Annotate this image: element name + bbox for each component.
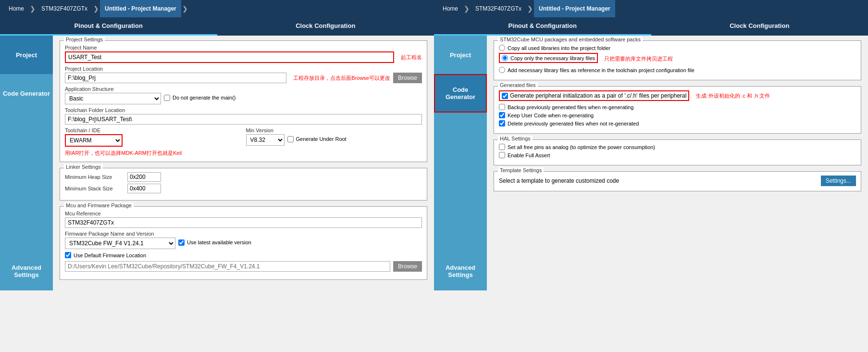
- sidebar-advanced-left[interactable]: Advanced Settings: [0, 252, 53, 290]
- use-default-fw-cb[interactable]: [65, 252, 71, 258]
- nav-home-right[interactable]: Home: [438, 0, 463, 17]
- sidebar-advanced-right[interactable]: Advanced Settings: [434, 252, 487, 290]
- backup-files-row: Backup previously generated files when r…: [499, 104, 856, 110]
- sidebar-code-generator-right[interactable]: Code Generator: [434, 74, 487, 113]
- hal-settings-label: HAL Settings: [498, 136, 533, 141]
- copy-all-libs-label: Copy all used libraries into the project…: [508, 45, 610, 51]
- fw-name-input-row: STM32Cube FW_F4 V1.24.1 Use latest avail…: [65, 238, 422, 249]
- keep-user-code-cb[interactable]: [499, 112, 505, 118]
- left-tab-bar: Pinout & Configuration Clock Configurati…: [0, 17, 434, 36]
- gen-peripheral-cb[interactable]: [502, 93, 508, 99]
- stm32cube-packages-label: STM32Cube MCU packages and embedded soft…: [498, 37, 643, 42]
- nav-project-left[interactable]: Untitled - Project Manager: [100, 0, 181, 17]
- nav-chevron-2-left: ❯: [92, 5, 100, 13]
- toolchain-folder-input[interactable]: [65, 114, 422, 125]
- use-latest-label: Use latest available version: [187, 239, 251, 245]
- toolchain-ide-select[interactable]: EWARM MDK-ARM: [65, 134, 123, 147]
- do-not-generate-cb[interactable]: [164, 95, 170, 101]
- location-label: Project Location: [65, 66, 422, 72]
- location-row: Project Location 工程存放目录，点击后面Browse可以更改 B…: [65, 66, 422, 83]
- template-settings-label: Template Settings: [498, 167, 544, 173]
- gen-peripheral-highlighted: Generate peripheral initialization as a …: [499, 90, 689, 101]
- left-sidebar: Project Code Generator Advanced Settings: [0, 36, 53, 290]
- min-version-select[interactable]: V8.32: [246, 134, 285, 146]
- add-as-reference-radio[interactable]: [499, 67, 505, 73]
- right-nav-bar: Home ❯ STM32F407ZGTx ❯ Untitled - Projec…: [434, 0, 868, 17]
- keep-user-code-label: Keep User Code when re-generating: [508, 113, 594, 118]
- app-structure-row: Application Structure Basic Do not gener…: [65, 86, 422, 104]
- copy-necessary-libs-radio[interactable]: [502, 55, 508, 61]
- project-name-note: 起工程名: [401, 54, 422, 61]
- template-settings-desc: Select a template to generate customized…: [499, 177, 619, 184]
- location-browse-btn[interactable]: Browse: [393, 73, 422, 83]
- delete-prev-files-cb[interactable]: [499, 120, 505, 126]
- location-note: 工程存放目录，点击后面Browse可以更改: [293, 75, 390, 82]
- left-panel: Home ❯ STM32F407ZGTx ❯ Untitled - Projec…: [0, 0, 434, 290]
- fw-location-browse-btn[interactable]: Browse: [393, 261, 422, 272]
- app-structure-select-row: Basic Do not generate the main(): [65, 93, 422, 104]
- toolchain-ide-label: Toolchain / IDE: [65, 127, 241, 133]
- toolchain-red-note: 用IAR打开，也可以选择MDK-ARM打开也就是Keil: [65, 150, 422, 157]
- stack-row: Minimum Stack Size: [65, 184, 422, 193]
- enable-full-assert-cb[interactable]: [499, 152, 505, 158]
- linker-settings-group: Linker Settings Minimum Heap Size Minimu…: [60, 168, 427, 201]
- gen-peripheral-note: 生成 外设初始化的 .c 和 .h 文件: [696, 92, 770, 100]
- copy-necessary-libs-note: 只把需要的库文件拷贝进工程: [604, 55, 673, 63]
- template-settings-btn[interactable]: Settings...: [821, 176, 856, 186]
- tab-clock-left[interactable]: Clock Configuration: [217, 17, 434, 36]
- toolchain-folder-row: Toolchain Folder Location: [65, 107, 422, 125]
- nav-project-right[interactable]: Untitled - Project Manager: [534, 0, 615, 17]
- project-name-label: Project Name: [65, 45, 422, 50]
- enable-full-assert-label: Enable Full Assert: [508, 152, 550, 158]
- right-main-content: Project Code Generator Advanced Settings…: [434, 36, 868, 290]
- fw-location-input[interactable]: [65, 261, 390, 272]
- gen-peripheral-row: Generate peripheral initialization as a …: [499, 90, 856, 101]
- project-name-input[interactable]: [65, 51, 394, 63]
- nav-home-left[interactable]: Home: [4, 0, 29, 17]
- sidebar-project-right[interactable]: Project: [434, 36, 487, 74]
- sidebar-project-left[interactable]: Project: [0, 36, 53, 74]
- left-main-content: Project Code Generator Advanced Settings…: [0, 36, 434, 290]
- backup-files-cb[interactable]: [499, 104, 505, 110]
- do-not-generate-label: Do not generate the main(): [173, 95, 236, 101]
- min-version-select-row: V8.32 Generate Under Root: [246, 134, 422, 146]
- set-free-pins-label: Set all free pins as analog (to optimize…: [508, 144, 655, 150]
- delete-prev-files-row: Delete previously generated files when n…: [499, 120, 856, 126]
- add-as-reference-label: Add necessary library files as reference…: [508, 67, 694, 73]
- nav-chip-left[interactable]: STM32F407ZGTx: [37, 0, 92, 17]
- do-not-generate-row: Do not generate the main(): [164, 95, 236, 101]
- stack-label: Minimum Stack Size: [65, 186, 123, 191]
- project-name-input-row: 起工程名: [65, 51, 422, 63]
- tab-clock-right[interactable]: Clock Configuration: [651, 17, 868, 36]
- heap-input[interactable]: [127, 172, 161, 182]
- copy-all-libs-row: Copy all used libraries into the project…: [499, 45, 856, 51]
- fw-location-input-row: Browse: [65, 261, 422, 272]
- use-latest-cb[interactable]: [178, 239, 185, 246]
- stack-input[interactable]: [127, 184, 161, 193]
- copy-necessary-libs-row: Copy only the necessary library files 只把…: [499, 53, 856, 65]
- mcu-ref-input[interactable]: [65, 217, 422, 228]
- min-version-label: Min Version: [246, 127, 422, 133]
- min-version-col: Min Version V8.32 Generate Under Root: [246, 127, 422, 147]
- set-free-pins-cb[interactable]: [499, 144, 505, 150]
- app-structure-select[interactable]: Basic: [65, 93, 161, 104]
- use-latest-row: Use latest available version: [178, 239, 251, 246]
- copy-all-libs-radio[interactable]: [499, 45, 505, 51]
- sidebar-code-generator-left[interactable]: Code Generator: [0, 74, 53, 113]
- use-default-fw-cb-row: Use Default Firmware Location: [65, 252, 422, 258]
- tab-pinout-left[interactable]: Pinout & Configuration: [0, 17, 217, 36]
- toolchain-ide-row: Toolchain / IDE EWARM MDK-ARM Min Versio…: [65, 127, 422, 147]
- fw-name-select[interactable]: STM32Cube FW_F4 V1.24.1: [65, 238, 175, 249]
- right-panel: Home ❯ STM32F407ZGTx ❯ Untitled - Projec…: [434, 0, 868, 290]
- generate-under-root-cb[interactable]: [287, 136, 294, 142]
- heap-label: Minimum Heap Size: [65, 174, 123, 180]
- location-input[interactable]: [65, 73, 286, 83]
- left-content-area: Project Settings Project Name 起工程名 Proje…: [53, 36, 434, 290]
- right-sidebar: Project Code Generator Advanced Settings: [434, 36, 487, 290]
- nav-chip-right[interactable]: STM32F407ZGTx: [471, 0, 526, 17]
- project-settings-group: Project Settings Project Name 起工程名 Proje…: [60, 40, 427, 162]
- generate-under-root-label: Generate Under Root: [296, 136, 347, 142]
- left-nav-bar: Home ❯ STM32F407ZGTx ❯ Untitled - Projec…: [0, 0, 434, 17]
- tab-pinout-right[interactable]: Pinout & Configuration: [434, 17, 651, 36]
- template-settings-group: Template Settings Select a template to g…: [494, 171, 861, 191]
